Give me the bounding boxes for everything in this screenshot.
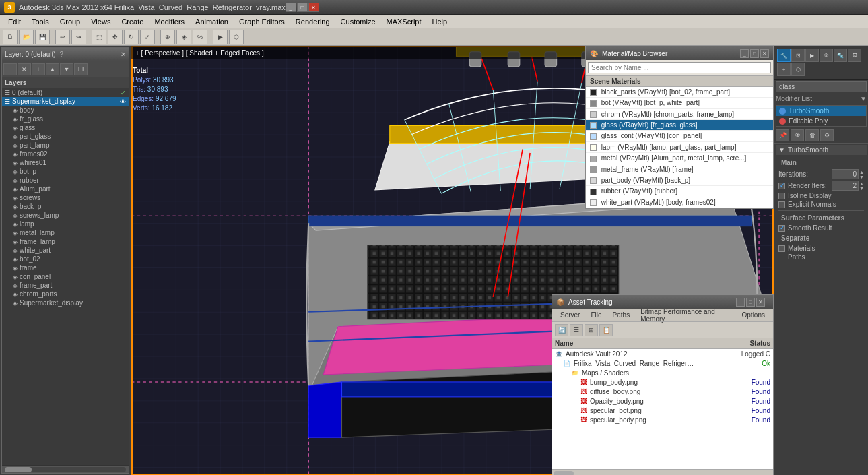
- layers-list[interactable]: ☰ 0 (default) ✓ ☰ Supermarket_display 👁 …: [2, 88, 129, 465]
- rt-hierarchy-btn[interactable]: ⊡: [791, 49, 805, 62]
- rt-render-btn[interactable]: 🖼: [848, 49, 861, 62]
- asset-item-bump-body[interactable]: 🖼 bump_body.png Found: [552, 377, 773, 387]
- asset-menu-server[interactable]: Server: [555, 310, 585, 320]
- menu-graph-editors[interactable]: Graph Editors: [234, 16, 290, 27]
- asset-item-specular-body[interactable]: 🖼 specular_body.png Found: [552, 415, 773, 424]
- tb-rotate[interactable]: ↻: [124, 30, 139, 44]
- mat-item-glass[interactable]: glass (VRayMtl) [fr_glass, glass]: [586, 120, 773, 131]
- ts-iterations-input[interactable]: [832, 169, 859, 179]
- render-iters-checkbox[interactable]: [778, 183, 785, 189]
- materials-checkbox[interactable]: [778, 245, 785, 252]
- asset-tb-detail[interactable]: 📋: [599, 324, 613, 336]
- layer-item-metal-lamp[interactable]: ◈metal_lamp: [2, 228, 129, 237]
- layer-item-rubber[interactable]: ◈rubber: [2, 176, 129, 185]
- ts-iterations-spinner[interactable]: ▲ ▼: [859, 170, 864, 179]
- layer-item-part-lamp[interactable]: ◈part_lamp: [2, 141, 129, 150]
- menu-customize[interactable]: Customize: [335, 16, 381, 27]
- tb-angle-snap[interactable]: ◈: [176, 30, 191, 44]
- ts-render-iters-spinner[interactable]: ▲ ▼: [859, 181, 864, 191]
- layer-item-chrom-parts[interactable]: ◈chrom_parts: [2, 290, 129, 298]
- isoline-checkbox[interactable]: [778, 193, 785, 199]
- asset-item-specular-bot[interactable]: 🖼 specular_bot.png Found: [552, 406, 773, 415]
- minimize-btn[interactable]: _: [286, 3, 296, 12]
- stack-delete-btn[interactable]: 🗑: [805, 129, 819, 141]
- layer-down-btn[interactable]: ▼: [60, 63, 73, 75]
- mat-item-metal[interactable]: metal (VRayMtl) [Alum_part, metal_lamp, …: [586, 153, 773, 164]
- mat-browser-close-btn[interactable]: ✕: [760, 49, 769, 58]
- asset-scrollbar-h[interactable]: [552, 469, 773, 475]
- mat-item-part-body[interactable]: part_body (VRayMtl) [back_p]: [586, 175, 773, 186]
- layer-menu-btn[interactable]: ☰: [3, 63, 17, 75]
- layer-duplicate-btn[interactable]: ❐: [74, 63, 88, 75]
- tb-save[interactable]: 💾: [35, 30, 50, 44]
- tb-scale[interactable]: ⤢: [140, 30, 155, 44]
- asset-menu-file[interactable]: File: [585, 310, 607, 320]
- layer-item-screws[interactable]: ◈screws: [2, 193, 129, 202]
- asset-panel-controls[interactable]: _ □ ✕: [732, 295, 769, 309]
- menu-group[interactable]: Group: [55, 16, 86, 27]
- mat-item-metal-frame[interactable]: metal_frame (VRayMtl) [frame]: [586, 164, 773, 175]
- layer-item-bot-p[interactable]: ◈bot_p: [2, 167, 129, 176]
- layer-item-whires01[interactable]: ◈whires01: [2, 158, 129, 167]
- layer-help-btn[interactable]: ?: [60, 51, 64, 58]
- mod-item-turbosmooth[interactable]: TurboSmooth: [776, 106, 866, 116]
- menu-views[interactable]: Views: [86, 16, 116, 27]
- mat-item-lapm[interactable]: lapm (VRayMtl) [lamp, part_glass, part_l…: [586, 142, 773, 153]
- ts-render-iters-input[interactable]: [832, 181, 859, 191]
- asset-panel-max-btn[interactable]: □: [746, 298, 755, 307]
- asset-menu-bitmap-perf[interactable]: Bitmap Performance and Memory: [635, 307, 736, 324]
- maximize-btn[interactable]: □: [297, 3, 308, 12]
- rt-utils-btn[interactable]: 🔩: [834, 49, 847, 62]
- menu-modifiers[interactable]: Modifiers: [149, 16, 190, 27]
- layer-item-alum-part[interactable]: ◈Alum_part: [2, 185, 129, 193]
- tb-percent-snap[interactable]: %: [193, 30, 207, 44]
- tb-new[interactable]: 🗋: [3, 30, 18, 44]
- layer-item-glass[interactable]: ◈glass: [2, 123, 129, 132]
- asset-tb-list[interactable]: ☰: [570, 324, 583, 336]
- stack-pin-btn[interactable]: 📌: [776, 129, 789, 141]
- menu-maxscript[interactable]: MAXScript: [381, 16, 427, 27]
- tb-undo[interactable]: ↩: [55, 30, 70, 44]
- layer-item-lamp[interactable]: ◈lamp: [2, 220, 129, 228]
- layer-item-con-panel[interactable]: ◈con_panel: [2, 272, 129, 281]
- mat-item-black-parts[interactable]: black_parts (VRayMtl) [bot_02, frame_par…: [586, 87, 773, 98]
- scroll-track[interactable]: [5, 467, 126, 472]
- close-btn[interactable]: ✕: [308, 3, 319, 12]
- asset-menu-paths[interactable]: Paths: [607, 310, 636, 320]
- layer-add-btn[interactable]: +: [32, 63, 45, 75]
- menu-edit[interactable]: Edit: [3, 16, 26, 27]
- layer-item-fr-glass[interactable]: ◈fr_glass: [2, 115, 129, 123]
- modifier-search-input[interactable]: [776, 81, 867, 92]
- asset-menu-options[interactable]: Options: [737, 310, 770, 320]
- mat-browser-max-btn[interactable]: □: [750, 49, 759, 58]
- turbosmooth-section-title[interactable]: ▼ TurboSmooth: [776, 145, 867, 155]
- rt-motion-btn[interactable]: ▶: [805, 49, 819, 62]
- asset-tb-refresh[interactable]: 🔄: [555, 324, 568, 336]
- asset-panel-close-btn[interactable]: ✕: [756, 298, 765, 307]
- asset-list[interactable]: 🏦 Autodesk Vault 2012 Logged C 📄 Frilixa…: [552, 349, 773, 469]
- menu-animation[interactable]: Animation: [190, 16, 234, 27]
- layer-item-white-part[interactable]: ◈white_part: [2, 246, 129, 255]
- asset-item-vault[interactable]: 🏦 Autodesk Vault 2012 Logged C: [552, 349, 773, 358]
- layer-item-supermarket-display[interactable]: ☰ Supermarket_display 👁: [2, 97, 129, 106]
- mat-item-glass-cont[interactable]: glass_cont (VRayMtl) [con_panel]: [586, 131, 773, 141]
- asset-item-maps-folder[interactable]: 📁 Maps / Shaders: [552, 368, 773, 377]
- layer-item-frames02[interactable]: ◈frames02: [2, 150, 129, 158]
- mat-item-white-part[interactable]: white_part (VRayMtl) [body, frames02]: [586, 197, 773, 208]
- layer-item-screws-lamp[interactable]: ◈screws_lamp: [2, 211, 129, 220]
- tb-select[interactable]: ⬚: [92, 30, 106, 44]
- mat-item-bot[interactable]: bot (VRayMtl) [bot_p, white_part]: [586, 98, 773, 108]
- tb-open[interactable]: 📂: [19, 30, 34, 44]
- mod-item-editable-poly[interactable]: Editable Poly: [776, 116, 866, 126]
- modifier-dropdown-arrow[interactable]: ▼: [860, 95, 867, 102]
- layer-close-btn[interactable]: ✕: [121, 51, 126, 58]
- tb-move[interactable]: ✥: [108, 30, 123, 44]
- explicit-normals-checkbox[interactable]: [778, 201, 785, 208]
- mat-item-chrom[interactable]: chrom (VRayMtl) [chrom_parts, frame_lamp…: [586, 109, 773, 120]
- menu-help[interactable]: Help: [427, 16, 453, 27]
- asset-item-opacity-body[interactable]: 🖼 Opacity_body.png Found: [552, 396, 773, 406]
- layer-delete-btn[interactable]: ✕: [18, 63, 31, 75]
- layer-item-body[interactable]: ◈body: [2, 106, 129, 115]
- stack-settings-btn[interactable]: ⚙: [820, 129, 834, 141]
- mat-search-input[interactable]: [588, 62, 771, 73]
